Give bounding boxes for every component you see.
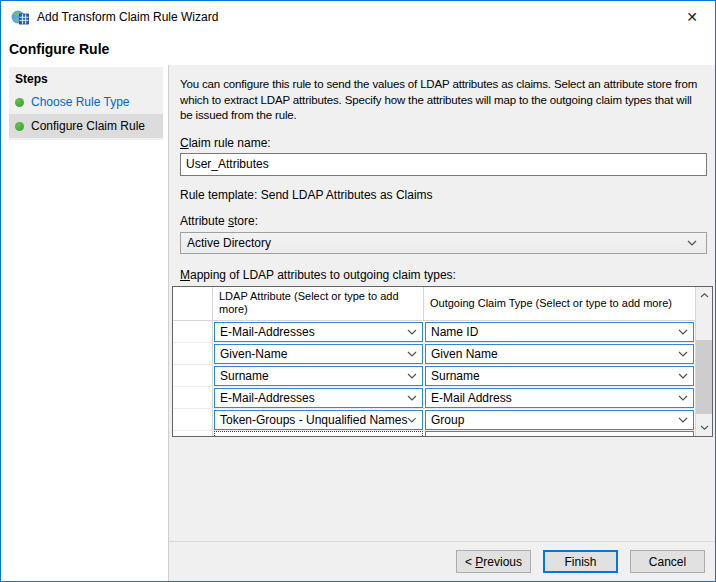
close-icon: ✕ xyxy=(686,9,698,25)
mapping-row: Given-Name Given Name xyxy=(173,343,695,365)
outgoing-claim-select[interactable]: Name ID xyxy=(425,322,694,342)
window-title: Add Transform Claim Rule Wizard xyxy=(37,10,218,24)
outgoing-claim-select[interactable]: E-Mail Address xyxy=(425,388,694,408)
step-choose-rule-type[interactable]: Choose Rule Type xyxy=(9,90,163,114)
chevron-down-icon xyxy=(678,373,688,379)
mapping-row: E-Mail-Addresses E-Mail Address xyxy=(173,387,695,409)
attribute-store-select[interactable]: Active Directory xyxy=(180,232,707,254)
ldap-attribute-select[interactable]: Surname xyxy=(214,366,423,386)
ldap-attribute-value: E-Mail-Addresses xyxy=(220,391,315,405)
claim-rule-name-label: Claim rule name: xyxy=(180,136,707,150)
new-ldap-attribute-select[interactable] xyxy=(214,431,423,436)
chevron-down-icon xyxy=(407,329,417,335)
rule-description: You can configure this rule to send the … xyxy=(180,77,707,124)
mapping-table-label: Mapping of LDAP attributes to outgoing c… xyxy=(180,268,707,282)
wizard-app-icon xyxy=(11,9,29,25)
main-panel: You can configure this rule to send the … xyxy=(169,65,715,581)
steps-heading: Steps xyxy=(9,67,163,90)
ldap-attribute-select[interactable]: E-Mail-Addresses xyxy=(214,322,423,342)
mapping-row: Surname Surname xyxy=(173,365,695,387)
row-selector[interactable] xyxy=(173,321,213,342)
row-selector[interactable] xyxy=(173,431,213,436)
outgoing-claim-value: Name ID xyxy=(431,325,478,339)
wizard-footer: < Previous Finish Cancel xyxy=(169,541,715,581)
ldap-attribute-select[interactable]: Given-Name xyxy=(214,344,423,364)
chevron-down-icon xyxy=(678,351,688,357)
close-button[interactable]: ✕ xyxy=(669,2,715,33)
outgoing-claim-select[interactable]: Surname xyxy=(425,366,694,386)
claim-rule-name-input[interactable] xyxy=(180,153,707,176)
outgoing-claim-value: E-Mail Address xyxy=(431,391,512,405)
scroll-down-icon[interactable] xyxy=(696,419,712,436)
step-label: Configure Claim Rule xyxy=(31,119,145,133)
finish-button[interactable]: Finish xyxy=(543,550,618,573)
ldap-attribute-column-header: LDAP Attribute (Select or type to add mo… xyxy=(213,287,424,320)
step-complete-dot-icon xyxy=(15,98,24,107)
row-selector-header xyxy=(173,287,213,320)
step-label: Choose Rule Type xyxy=(31,95,130,109)
attribute-store-value: Active Directory xyxy=(187,236,271,250)
outgoing-claim-value: Group xyxy=(431,413,464,427)
ldap-attribute-value: E-Mail-Addresses xyxy=(220,325,315,339)
wizard-body: Steps Choose Rule Type Configure Claim R… xyxy=(1,65,715,581)
ldap-attribute-select[interactable]: Token-Groups - Unqualified Names xyxy=(214,410,423,430)
steps-panel: Steps Choose Rule Type Configure Claim R… xyxy=(9,67,163,140)
outgoing-claim-select[interactable]: Group xyxy=(425,410,694,430)
scroll-up-icon[interactable] xyxy=(696,287,712,304)
mapping-new-row xyxy=(173,431,695,436)
ldap-attribute-select[interactable]: E-Mail-Addresses xyxy=(214,388,423,408)
attribute-store-label: Attribute store: xyxy=(180,214,707,228)
scrollbar-track[interactable] xyxy=(696,304,712,419)
steps-sidebar: Steps Choose Rule Type Configure Claim R… xyxy=(1,65,169,581)
chevron-down-icon xyxy=(407,395,417,401)
page-title: Configure Rule xyxy=(1,33,715,65)
ldap-attribute-value: Surname xyxy=(220,369,269,383)
chevron-down-icon xyxy=(678,329,688,335)
grid-vertical-scrollbar[interactable] xyxy=(695,287,712,436)
chevron-down-icon xyxy=(687,240,697,246)
outgoing-claim-value: Surname xyxy=(431,369,480,383)
mapping-grid-header: LDAP Attribute (Select or type to add mo… xyxy=(173,287,695,321)
rule-template-text: Rule template: Send LDAP Attributes as C… xyxy=(180,188,707,202)
new-outgoing-claim-select[interactable] xyxy=(425,431,694,436)
chevron-down-icon xyxy=(678,417,688,423)
wizard-window: Add Transform Claim Rule Wizard ✕ Config… xyxy=(0,0,716,582)
mapping-grid: LDAP Attribute (Select or type to add mo… xyxy=(172,286,713,437)
outgoing-claim-select[interactable]: Given Name xyxy=(425,344,694,364)
title-bar: Add Transform Claim Rule Wizard ✕ xyxy=(1,1,715,33)
step-configure-claim-rule[interactable]: Configure Claim Rule xyxy=(9,114,163,138)
configure-rule-content: You can configure this rule to send the … xyxy=(169,65,715,541)
ldap-attribute-value: Token-Groups - Unqualified Names xyxy=(220,413,407,427)
step-complete-dot-icon xyxy=(15,122,24,131)
ldap-attribute-value: Given-Name xyxy=(220,347,287,361)
chevron-down-icon xyxy=(678,395,688,401)
chevron-down-icon xyxy=(407,351,417,357)
mapping-row: E-Mail-Addresses Name ID xyxy=(173,321,695,343)
mapping-row: Token-Groups - Unqualified Names Group xyxy=(173,409,695,431)
cancel-button[interactable]: Cancel xyxy=(630,550,705,573)
chevron-down-icon xyxy=(407,417,417,423)
row-selector[interactable] xyxy=(173,387,213,408)
row-selector[interactable] xyxy=(173,365,213,386)
outgoing-claim-value: Given Name xyxy=(431,347,498,361)
outgoing-claim-type-column-header: Outgoing Claim Type (Select or type to a… xyxy=(424,287,695,320)
scrollbar-thumb[interactable] xyxy=(696,340,712,414)
row-selector[interactable] xyxy=(173,409,213,430)
chevron-down-icon xyxy=(407,373,417,379)
row-selector[interactable] xyxy=(173,343,213,364)
previous-button[interactable]: < Previous xyxy=(456,550,531,573)
